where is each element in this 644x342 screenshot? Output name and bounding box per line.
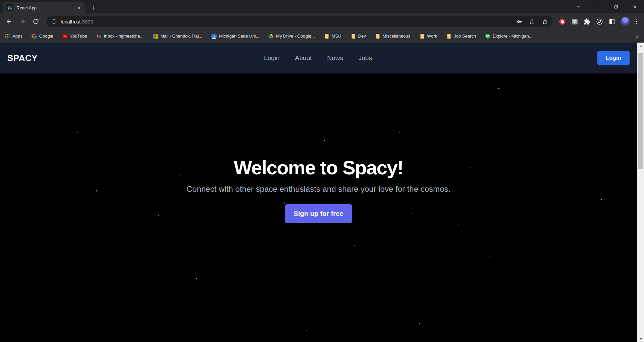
restore-icon[interactable] xyxy=(606,0,625,13)
gmail-icon xyxy=(96,34,102,39)
signup-button[interactable]: Sign up for free xyxy=(285,204,353,223)
hero-section: Welcome to Spacy! Connect with other spa… xyxy=(0,73,644,342)
new-tab-button[interactable] xyxy=(89,3,98,13)
bookmark-label: YouTube xyxy=(70,34,87,39)
bookmark-label: Inbox - rajmeetcha... xyxy=(104,34,144,39)
bookmark-item[interactable]: Mail - Chandok, Raj... xyxy=(153,34,202,39)
site-info-icon[interactable] xyxy=(51,18,57,24)
share-icon[interactable] xyxy=(529,18,535,25)
address-actions xyxy=(516,18,548,25)
window-controls xyxy=(569,0,644,13)
bookmark-star-icon[interactable] xyxy=(542,18,548,25)
address-bar[interactable]: localhost:3000 xyxy=(46,16,553,27)
page-scrollbar[interactable] xyxy=(637,43,644,342)
folder-icon xyxy=(419,34,425,39)
bookmark-item[interactable]: Dev xyxy=(351,34,366,39)
adblock-hand-icon[interactable] xyxy=(558,17,566,25)
darkreader-extension-icon[interactable] xyxy=(608,17,616,25)
tab-search-chevron-icon[interactable] xyxy=(569,0,588,13)
bookmark-item[interactable]: Explore - Michigan... xyxy=(485,34,533,39)
site-brand[interactable]: SPACY xyxy=(7,53,38,63)
bookmark-item[interactable]: YouTube xyxy=(62,34,87,39)
star xyxy=(32,243,33,243)
hero-title: Welcome to Spacy! xyxy=(0,156,637,179)
star xyxy=(605,235,606,235)
star xyxy=(489,256,490,256)
star xyxy=(374,283,374,283)
bookmark-item[interactable]: My Drive - Google... xyxy=(268,34,315,39)
bookmark-item[interactable]: Google xyxy=(32,34,53,39)
drive-icon xyxy=(268,34,274,39)
notes-extension-icon[interactable] xyxy=(571,17,579,25)
star xyxy=(354,245,355,246)
bookmark-item[interactable]: Apps xyxy=(5,34,22,39)
star xyxy=(612,283,612,283)
nav-link-jobs[interactable]: Jobs xyxy=(359,54,372,62)
tab-close-icon[interactable] xyxy=(76,5,82,11)
browser-menu-icon[interactable] xyxy=(632,16,641,27)
bookmark-item[interactable]: Inbox - rajmeetcha... xyxy=(96,34,144,39)
scrollbar-thumb[interactable] xyxy=(638,53,643,169)
browser-tab[interactable]: React App xyxy=(3,2,85,13)
star xyxy=(200,315,200,316)
nav-link-news[interactable]: News xyxy=(327,54,343,62)
nav-link-login[interactable]: Login xyxy=(264,54,280,62)
refresh-icon[interactable] xyxy=(30,16,42,27)
star xyxy=(419,323,420,324)
greencheck-icon xyxy=(485,34,490,39)
folder-icon xyxy=(446,34,451,39)
folder-icon xyxy=(351,34,356,39)
apps-icon xyxy=(5,34,10,39)
folder-icon xyxy=(324,34,329,39)
star xyxy=(306,330,307,331)
extensions-row xyxy=(558,17,616,25)
star xyxy=(84,256,84,256)
minimize-icon[interactable] xyxy=(588,0,606,13)
bookmark-label: Michigan State Uni... xyxy=(219,34,259,39)
star xyxy=(39,323,39,324)
nav-link-about[interactable]: About xyxy=(295,54,312,62)
bookmark-label: Work xyxy=(427,34,437,39)
bookmark-item[interactable]: Work xyxy=(419,34,437,39)
bookmark-item[interactable]: 3Michigan State Uni... xyxy=(211,34,259,39)
star xyxy=(477,294,477,294)
bookmark-label: Google xyxy=(39,34,53,39)
bookmark-label: Explore - Michigan... xyxy=(493,34,533,39)
star xyxy=(580,308,580,309)
bookmark-label: MSU xyxy=(332,34,341,39)
microsoft-icon xyxy=(153,34,158,39)
browser-window: React App xyxy=(0,0,644,342)
bookmark-label: Job Search xyxy=(454,34,476,39)
scroll-up-icon[interactable] xyxy=(637,43,644,50)
bookmark-item[interactable]: MSU xyxy=(324,34,341,39)
key-icon[interactable] xyxy=(516,18,523,25)
star xyxy=(270,299,271,299)
navbar-login-button[interactable]: Login xyxy=(597,51,630,65)
browser-toolbar: localhost:3000 xyxy=(0,13,644,30)
bookmark-label: My Drive - Google... xyxy=(276,34,315,39)
close-icon[interactable] xyxy=(625,0,644,13)
url-text[interactable]: localhost:3000 xyxy=(61,19,512,24)
scroll-down-icon[interactable] xyxy=(637,335,644,342)
star xyxy=(258,262,258,262)
profile-avatar[interactable] xyxy=(621,17,630,26)
star xyxy=(142,310,142,310)
svg-text:3: 3 xyxy=(213,34,215,38)
forward-arrow-icon[interactable] xyxy=(17,16,28,27)
youtube-icon xyxy=(62,34,68,39)
puzzle-extensions-icon[interactable] xyxy=(583,17,591,25)
url-host: localhost xyxy=(61,19,80,24)
star xyxy=(541,321,541,321)
bookmark-item[interactable]: Job Search xyxy=(446,34,476,39)
bookmark-label: Miscellaneous xyxy=(383,34,410,39)
site-navbar: SPACY LoginAboutNewsJobs Login xyxy=(0,43,644,73)
leaf-extension-icon[interactable] xyxy=(595,17,603,25)
bookmark-item[interactable]: Miscellaneous xyxy=(375,34,410,39)
star xyxy=(459,224,459,225)
tab-title: React App xyxy=(16,5,76,10)
bookmarks-overflow-chevron[interactable]: » xyxy=(636,33,639,39)
star xyxy=(554,264,554,265)
star xyxy=(196,278,197,279)
back-arrow-icon[interactable] xyxy=(3,16,15,27)
site-nav-links: LoginAboutNewsJobs xyxy=(264,54,372,62)
